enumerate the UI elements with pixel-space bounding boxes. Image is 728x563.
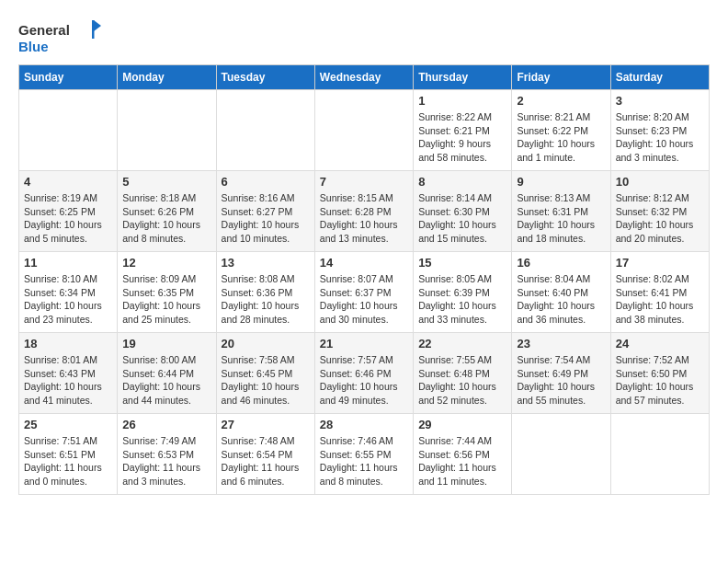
- calendar-cell: 7Sunrise: 8:15 AMSunset: 6:28 PMDaylight…: [314, 171, 413, 252]
- day-info: Sunrise: 7:49 AMSunset: 6:53 PMDaylight:…: [122, 434, 210, 488]
- calendar-cell: 22Sunrise: 7:55 AMSunset: 6:48 PMDayligh…: [414, 333, 512, 414]
- day-info: Sunrise: 7:51 AMSunset: 6:51 PMDaylight:…: [24, 434, 112, 488]
- calendar-cell: [610, 414, 709, 495]
- day-number: 19: [122, 337, 210, 350]
- calendar-cell: 23Sunrise: 7:54 AMSunset: 6:49 PMDayligh…: [512, 333, 610, 414]
- calendar-cell: 2Sunrise: 8:21 AMSunset: 6:22 PMDaylight…: [512, 90, 610, 171]
- day-header-friday: Friday: [512, 65, 610, 90]
- calendar-cell: 28Sunrise: 7:46 AMSunset: 6:55 PMDayligh…: [314, 414, 413, 495]
- calendar-cell: 24Sunrise: 7:52 AMSunset: 6:50 PMDayligh…: [610, 333, 709, 414]
- calendar-cell: 8Sunrise: 8:14 AMSunset: 6:30 PMDaylight…: [414, 171, 512, 252]
- day-info: Sunrise: 8:22 AMSunset: 6:21 PMDaylight:…: [418, 110, 506, 165]
- calendar-week-2: 4Sunrise: 8:19 AMSunset: 6:25 PMDaylight…: [19, 171, 710, 252]
- calendar-cell: 5Sunrise: 8:18 AMSunset: 6:26 PMDaylight…: [118, 171, 216, 252]
- day-number: 24: [616, 337, 704, 350]
- day-info: Sunrise: 8:19 AMSunset: 6:25 PMDaylight:…: [24, 191, 112, 246]
- svg-rect-3: [92, 20, 95, 39]
- day-number: 21: [320, 337, 408, 350]
- day-number: 9: [517, 175, 605, 189]
- day-info: Sunrise: 8:07 AMSunset: 6:37 PMDaylight:…: [320, 272, 408, 327]
- day-number: 23: [517, 337, 605, 350]
- day-number: 4: [24, 175, 112, 189]
- logo-svg: General Blue: [18, 18, 101, 55]
- day-info: Sunrise: 8:04 AMSunset: 6:40 PMDaylight:…: [517, 272, 605, 327]
- calendar-cell: [314, 90, 413, 171]
- calendar-table: SundayMondayTuesdayWednesdayThursdayFrid…: [18, 64, 710, 495]
- day-number: 6: [222, 175, 310, 189]
- day-info: Sunrise: 8:02 AMSunset: 6:41 PMDaylight:…: [616, 272, 704, 327]
- day-number: 7: [320, 175, 408, 189]
- calendar-cell: 17Sunrise: 8:02 AMSunset: 6:41 PMDayligh…: [610, 252, 709, 333]
- day-info: Sunrise: 7:58 AMSunset: 6:45 PMDaylight:…: [222, 353, 310, 408]
- day-number: 28: [320, 418, 408, 431]
- calendar-cell: [512, 414, 610, 495]
- day-number: 27: [222, 418, 310, 431]
- day-info: Sunrise: 8:05 AMSunset: 6:39 PMDaylight:…: [418, 272, 506, 327]
- day-info: Sunrise: 7:52 AMSunset: 6:50 PMDaylight:…: [616, 353, 704, 408]
- day-header-monday: Monday: [118, 65, 216, 90]
- calendar-cell: 14Sunrise: 8:07 AMSunset: 6:37 PMDayligh…: [314, 252, 413, 333]
- calendar-week-3: 11Sunrise: 8:10 AMSunset: 6:34 PMDayligh…: [19, 252, 710, 333]
- day-number: 5: [122, 175, 210, 189]
- day-info: Sunrise: 8:09 AMSunset: 6:35 PMDaylight:…: [122, 272, 210, 327]
- calendar-header-row: SundayMondayTuesdayWednesdayThursdayFrid…: [19, 65, 710, 90]
- calendar-cell: 10Sunrise: 8:12 AMSunset: 6:32 PMDayligh…: [610, 171, 709, 252]
- calendar-week-5: 25Sunrise: 7:51 AMSunset: 6:51 PMDayligh…: [19, 414, 710, 495]
- calendar-cell: 18Sunrise: 8:01 AMSunset: 6:43 PMDayligh…: [19, 333, 118, 414]
- day-info: Sunrise: 8:12 AMSunset: 6:32 PMDaylight:…: [616, 191, 704, 246]
- calendar-cell: 1Sunrise: 8:22 AMSunset: 6:21 PMDaylight…: [414, 90, 512, 171]
- calendar-cell: 20Sunrise: 7:58 AMSunset: 6:45 PMDayligh…: [216, 333, 314, 414]
- svg-marker-2: [94, 20, 101, 31]
- day-header-wednesday: Wednesday: [314, 65, 413, 90]
- day-number: 10: [616, 175, 704, 189]
- day-info: Sunrise: 8:21 AMSunset: 6:22 PMDaylight:…: [517, 110, 605, 165]
- day-info: Sunrise: 8:20 AMSunset: 6:23 PMDaylight:…: [616, 110, 704, 165]
- day-number: 11: [24, 256, 112, 270]
- day-info: Sunrise: 7:46 AMSunset: 6:55 PMDaylight:…: [320, 434, 408, 488]
- day-number: 2: [517, 94, 605, 108]
- day-number: 8: [418, 175, 506, 189]
- day-number: 3: [616, 94, 704, 108]
- day-info: Sunrise: 8:13 AMSunset: 6:31 PMDaylight:…: [517, 191, 605, 246]
- calendar-cell: [19, 90, 118, 171]
- day-info: Sunrise: 8:18 AMSunset: 6:26 PMDaylight:…: [122, 191, 210, 246]
- day-number: 12: [122, 256, 210, 270]
- day-header-thursday: Thursday: [414, 65, 512, 90]
- day-number: 29: [418, 418, 506, 431]
- calendar-cell: 13Sunrise: 8:08 AMSunset: 6:36 PMDayligh…: [216, 252, 314, 333]
- calendar-cell: 11Sunrise: 8:10 AMSunset: 6:34 PMDayligh…: [19, 252, 118, 333]
- day-number: 26: [122, 418, 210, 431]
- day-number: 1: [418, 94, 506, 108]
- day-number: 16: [517, 256, 605, 270]
- calendar-cell: 6Sunrise: 8:16 AMSunset: 6:27 PMDaylight…: [216, 171, 314, 252]
- calendar-cell: 25Sunrise: 7:51 AMSunset: 6:51 PMDayligh…: [19, 414, 118, 495]
- day-header-saturday: Saturday: [610, 65, 709, 90]
- page-header: General Blue: [18, 18, 710, 55]
- day-info: Sunrise: 8:10 AMSunset: 6:34 PMDaylight:…: [24, 272, 112, 327]
- calendar-cell: 21Sunrise: 7:57 AMSunset: 6:46 PMDayligh…: [314, 333, 413, 414]
- day-info: Sunrise: 7:54 AMSunset: 6:49 PMDaylight:…: [517, 353, 605, 408]
- svg-text:Blue: Blue: [18, 39, 49, 54]
- calendar-cell: 12Sunrise: 8:09 AMSunset: 6:35 PMDayligh…: [118, 252, 216, 333]
- day-number: 13: [222, 256, 310, 270]
- calendar-week-4: 18Sunrise: 8:01 AMSunset: 6:43 PMDayligh…: [19, 333, 710, 414]
- calendar-week-1: 1Sunrise: 8:22 AMSunset: 6:21 PMDaylight…: [19, 90, 710, 171]
- day-info: Sunrise: 8:15 AMSunset: 6:28 PMDaylight:…: [320, 191, 408, 246]
- day-number: 18: [24, 337, 112, 350]
- day-info: Sunrise: 7:57 AMSunset: 6:46 PMDaylight:…: [320, 353, 408, 408]
- day-header-sunday: Sunday: [19, 65, 118, 90]
- svg-text:General: General: [18, 22, 70, 38]
- day-number: 17: [616, 256, 704, 270]
- calendar-cell: 15Sunrise: 8:05 AMSunset: 6:39 PMDayligh…: [414, 252, 512, 333]
- day-info: Sunrise: 8:08 AMSunset: 6:36 PMDaylight:…: [222, 272, 310, 327]
- calendar-cell: 19Sunrise: 8:00 AMSunset: 6:44 PMDayligh…: [118, 333, 216, 414]
- day-number: 15: [418, 256, 506, 270]
- day-info: Sunrise: 7:48 AMSunset: 6:54 PMDaylight:…: [222, 434, 310, 488]
- day-info: Sunrise: 7:55 AMSunset: 6:48 PMDaylight:…: [418, 353, 506, 408]
- calendar-cell: 16Sunrise: 8:04 AMSunset: 6:40 PMDayligh…: [512, 252, 610, 333]
- day-info: Sunrise: 7:44 AMSunset: 6:56 PMDaylight:…: [418, 434, 506, 488]
- day-info: Sunrise: 8:14 AMSunset: 6:30 PMDaylight:…: [418, 191, 506, 246]
- calendar-cell: 26Sunrise: 7:49 AMSunset: 6:53 PMDayligh…: [118, 414, 216, 495]
- calendar-cell: [216, 90, 314, 171]
- day-info: Sunrise: 8:00 AMSunset: 6:44 PMDaylight:…: [122, 353, 210, 408]
